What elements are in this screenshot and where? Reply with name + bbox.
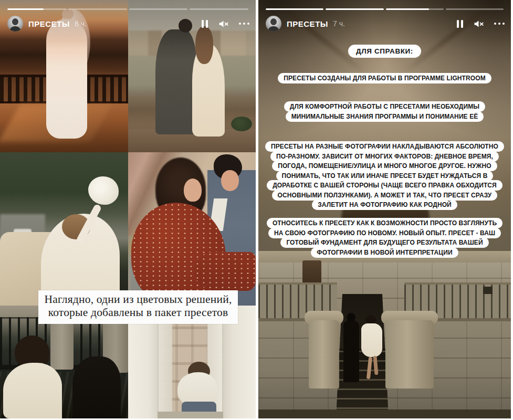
wall-lamp-shape	[483, 287, 493, 294]
more-options-icon[interactable]	[494, 23, 505, 25]
woman-face-shape	[184, 178, 202, 202]
progress-segment	[326, 8, 383, 10]
story-timestamp: 8 ч.	[75, 19, 87, 28]
text-block-for-reference: ДЛЯ СПРАВКИ:	[264, 46, 506, 57]
story-progress-bar	[7, 8, 248, 10]
red-dress-sleeve-shape	[194, 252, 256, 291]
pill-text: ПРЕСЕТЫ НА РАЗНЫЕ ФОТОГРАФИИ НАКЛАДЫВАЮТ…	[265, 141, 504, 210]
story-timestamp: 7 ч.	[333, 19, 345, 28]
man-dark-suit-shape	[72, 356, 121, 418]
username[interactable]: ПРЕСЕТЫ	[28, 19, 70, 28]
username[interactable]: ПРЕСЕТЫ	[287, 19, 328, 28]
pill-text: ДЛЯ КОМФОРТНОЙ РАБОТЫ С ПРЕСЕТАМИ НЕОБХО…	[284, 101, 485, 122]
story-left[interactable]: Наглядно, одни из цветовых решений, кото…	[0, 0, 256, 418]
text-block-lightroom: ПРЕСЕТЫ СОЗДАНЫ ДЛЯ РАБОТЫ В ПРОГРАММЕ L…	[264, 73, 506, 83]
sound-off-icon[interactable]	[218, 18, 229, 29]
pill-text: ОТНОСИТЕСЬ К ПРЕСЕТУ КАК К ВОЗМОЖНОСТИ П…	[267, 218, 502, 258]
bride-dress-shape	[361, 323, 382, 357]
avatar-body-shape	[9, 26, 21, 32]
open-pane-left-shape	[159, 308, 172, 416]
text-block-presets-apply-differently: ПРЕСЕТЫ НА РАЗНЫЕ ФОТОГРАФИИ НАКЛАДЫВАЮТ…	[264, 141, 506, 209]
progress-segment	[266, 8, 323, 10]
pill-text: ПРЕСЕТЫ СОЗДАНЫ ДЛЯ РАБОТЫ В ПРОГРАММЕ L…	[278, 73, 491, 83]
avatar[interactable]	[266, 16, 281, 32]
story-controls	[457, 18, 505, 29]
progress-segment	[68, 8, 127, 10]
granite-pillar-shape	[385, 320, 434, 388]
progress-segment	[129, 8, 188, 10]
sound-off-icon[interactable]	[473, 18, 484, 29]
pause-icon[interactable]	[202, 20, 208, 28]
vault-rib-shape	[258, 0, 368, 76]
text-block-skills-needed: ДЛЯ КОМФОРТНОЙ РАБОТЫ С ПРЕСЕТАМИ НЕОБХО…	[264, 101, 506, 121]
text-block-preset-as-foundation: ОТНОСИТЕСЬ К ПРЕСЕТУ КАК К ВОЗМОЖНОСТИ П…	[264, 218, 506, 257]
groom-suit-shape	[155, 29, 196, 134]
muted-speaker-glyph	[218, 18, 229, 29]
ground-shadow-shape	[258, 410, 511, 418]
vault-rib-shape	[402, 0, 511, 76]
avatar[interactable]	[7, 16, 23, 32]
pill-text: ДЛЯ СПРАВКИ:	[348, 45, 421, 58]
groom-head-shape	[347, 313, 355, 322]
photo-couple-street-red-dress	[128, 152, 256, 306]
photo-bride-in-car	[0, 152, 128, 306]
avatar-head-shape	[12, 18, 18, 25]
story-controls	[202, 18, 250, 29]
wooden-door-shape	[302, 260, 321, 285]
granite-pillar-shape	[309, 320, 339, 388]
couple-white-shirts-shape	[177, 372, 217, 406]
story-header: ПРЕСЕТЫ 8 ч.	[7, 15, 249, 32]
muted-speaker-glyph	[473, 18, 484, 29]
windowsill-shape	[158, 412, 223, 418]
avatar-body-shape	[268, 26, 279, 32]
bride-dress-shape	[46, 19, 87, 139]
bouquet-shape	[231, 117, 252, 131]
more-options-icon[interactable]	[239, 23, 250, 25]
woman-white-dress-shape	[3, 363, 62, 418]
caption-text: Наглядно, одни из цветовых решений, кото…	[44, 293, 232, 319]
story-right[interactable]: ДЛЯ СПРАВКИ: ПРЕСЕТЫ СОЗДАНЫ ДЛЯ РАБОТЫ …	[258, 0, 511, 418]
progress-segment	[7, 8, 66, 10]
progress-segment	[386, 8, 444, 10]
groom-figure-shape	[343, 320, 359, 382]
progress-segment	[446, 8, 504, 10]
story-progress-bar	[266, 8, 504, 10]
stories-page: Наглядно, одни из цветовых решений, кото…	[0, 0, 513, 420]
progress-segment	[190, 8, 248, 10]
white-bouquet-shape	[88, 176, 119, 205]
story-header: ПРЕСЕТЫ 7 ч.	[266, 15, 505, 32]
avatar-head-shape	[270, 18, 277, 25]
man-face-shape	[221, 170, 239, 191]
pause-icon[interactable]	[457, 20, 463, 28]
caption-box: Наглядно, одни из цветовых решений, кото…	[38, 290, 238, 324]
